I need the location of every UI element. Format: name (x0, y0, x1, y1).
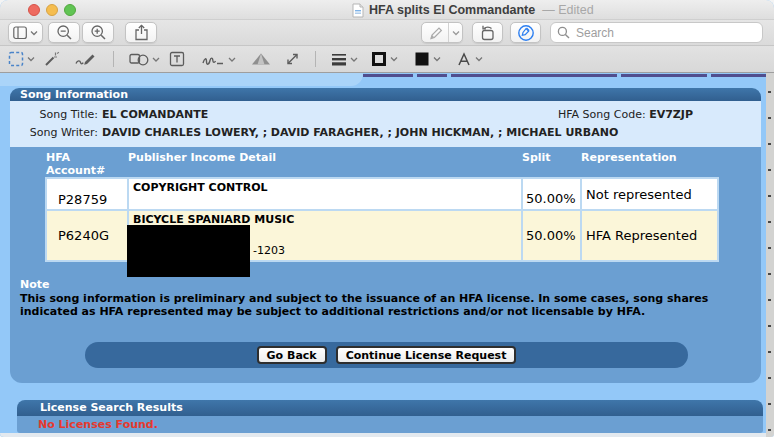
adjust-color-prism-icon (251, 52, 271, 67)
chevron-down-icon (228, 56, 236, 62)
license-search-results-body: No Licenses Found. (17, 416, 763, 433)
sidebar-view-button[interactable] (8, 22, 43, 43)
window-title: HFA splits El Commandante (369, 3, 535, 17)
background-text-fragments (768, 91, 771, 431)
chevron-down-icon (433, 56, 441, 62)
table-row: P28759 COPYRIGHT CONTROL 50.00% Not repr… (46, 178, 718, 210)
fill-color-button[interactable] (414, 51, 441, 67)
chevron-down-icon (449, 23, 462, 42)
shapes-icon (129, 52, 149, 67)
representation-cell: HFA Represented (581, 210, 718, 261)
chevron-down-icon (27, 56, 35, 62)
sketch-icon (74, 51, 96, 67)
border-color-icon (371, 51, 387, 67)
sidebar-view-icon (13, 26, 30, 40)
song-information-panel: Song Information Song Title: EL COMANDAN… (10, 88, 761, 383)
zoom-out-button[interactable] (48, 22, 80, 43)
chevron-down-icon (350, 56, 358, 62)
continue-license-request-button[interactable]: Continue License Request (336, 346, 517, 364)
adjust-size-tool-button[interactable] (284, 51, 301, 68)
toolbar (0, 20, 774, 46)
signature-tool-button[interactable] (201, 52, 236, 67)
share-button[interactable] (125, 22, 157, 43)
chevron-down-icon (152, 56, 160, 62)
column-header-publisher: Publisher Income Detail (128, 147, 522, 178)
titlebar: HFA splits El Commandante — Edited (0, 0, 774, 20)
table-header-row: HFA Account# Publisher Income Detail Spl… (46, 147, 718, 178)
cropped-content-artifact (363, 74, 766, 77)
split-cell: 50.00% (522, 178, 581, 210)
address-fragment: -1203 (253, 244, 285, 257)
hfa-song-code-value: EV7ZJP (649, 108, 693, 121)
song-information-summary: Song Title: EL COMANDANTE HFA Song Code:… (10, 101, 761, 147)
minimize-window-button[interactable] (46, 4, 58, 16)
column-header-account: HFA Account# (46, 147, 128, 178)
zoom-out-icon (56, 24, 73, 41)
signature-icon (201, 52, 225, 67)
search-icon (557, 26, 570, 39)
markup-toolbar (0, 46, 774, 73)
page-top-highlight (0, 73, 363, 86)
song-information-body: HFA Account# Publisher Income Detail Spl… (10, 147, 761, 383)
markup-toolbar-toggle-button[interactable] (510, 22, 541, 43)
share-icon (134, 24, 149, 41)
song-writer-label: Song Writer: (10, 126, 98, 139)
split-cell: 50.00% (522, 210, 581, 261)
text-tool-button[interactable] (169, 51, 185, 67)
selection-tool-button[interactable] (8, 51, 35, 67)
zoom-window-button[interactable] (64, 4, 76, 16)
column-header-split: Split (522, 147, 581, 178)
adjust-color-tool-button[interactable] (251, 52, 271, 67)
chevron-down-icon (390, 56, 398, 62)
edit-pencil-icon (422, 23, 448, 42)
instant-alpha-wand-icon (43, 51, 60, 68)
search-input[interactable] (574, 25, 756, 41)
note-label: Note (20, 278, 49, 291)
song-writer-value: DAVID CHARLES LOWERY, ; DAVID FARAGHER, … (102, 126, 618, 139)
go-back-button[interactable]: Go Back (257, 346, 327, 364)
rotate-left-button[interactable] (472, 22, 503, 43)
action-button-bar: Go Back Continue License Request (85, 342, 688, 368)
search-field[interactable] (550, 22, 763, 43)
markup-pen-icon (517, 24, 535, 42)
line-weight-icon (331, 52, 347, 67)
rotate-left-icon (479, 24, 496, 41)
border-color-button[interactable] (371, 51, 398, 67)
no-licenses-found-message: No Licenses Found. (17, 418, 158, 431)
zoom-in-icon (90, 24, 107, 41)
zoom-in-button[interactable] (82, 22, 114, 43)
account-cell: P6240G (46, 210, 128, 261)
window-bottom-edge (0, 433, 774, 437)
chevron-down-icon (30, 30, 38, 36)
text-style-button[interactable] (456, 51, 483, 67)
shapes-tool-button[interactable] (129, 52, 160, 67)
selection-marquee-icon (8, 51, 24, 67)
sketch-tool-button[interactable] (74, 51, 96, 67)
note-text: This song information is preliminary and… (20, 293, 760, 319)
song-title-label: Song Title: (10, 108, 98, 121)
window-title-edited-suffix: — Edited (542, 3, 593, 17)
edit-pencil-split-button[interactable] (421, 22, 463, 43)
chevron-down-icon (475, 56, 483, 62)
adjust-size-icon (284, 51, 301, 68)
representation-cell: Not represented (581, 178, 718, 210)
redaction-black-box (127, 225, 250, 277)
text-style-icon (456, 51, 472, 67)
song-title-value: EL COMANDANTE (102, 108, 208, 121)
account-cell: P28759 (46, 178, 128, 210)
instant-alpha-tool-button[interactable] (43, 51, 60, 68)
hfa-song-code-label: HFA Song Code: (558, 108, 646, 121)
publisher-cell: COPYRIGHT CONTROL (128, 178, 522, 210)
document-view: Song Information Song Title: EL COMANDAN… (0, 73, 774, 437)
license-search-results-header: License Search Results (17, 400, 763, 416)
license-search-results-panel: License Search Results No Licenses Found… (17, 400, 763, 433)
column-header-representation: Representation (581, 147, 718, 178)
preview-window: HFA splits El Commandante — Edited (0, 0, 774, 437)
song-information-header: Song Information (10, 88, 761, 101)
line-weight-button[interactable] (331, 52, 358, 67)
close-window-button[interactable] (28, 4, 40, 16)
document-icon (352, 3, 364, 18)
fill-color-icon (414, 51, 430, 67)
text-box-icon (169, 51, 185, 67)
background-window-sliver (766, 73, 774, 437)
